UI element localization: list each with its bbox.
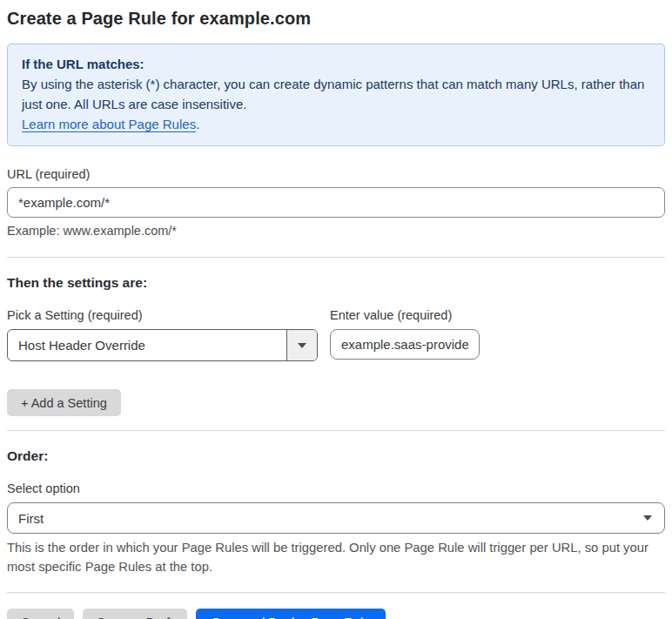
url-match-info-box: If the URL matches: By using the asteris…	[7, 44, 665, 146]
url-input[interactable]	[7, 187, 665, 218]
enter-value-label: Enter value (required)	[330, 308, 480, 322]
settings-row: Pick a Setting (required) Host Header Ov…	[7, 287, 665, 361]
info-box-heading: If the URL matches:	[22, 54, 650, 74]
add-setting-button[interactable]: + Add a Setting	[7, 389, 121, 416]
order-section-heading: Order:	[7, 448, 665, 464]
save-and-deploy-button[interactable]: Save and Deploy Page Rule	[196, 609, 386, 619]
page-title: Create a Page Rule for example.com	[7, 7, 665, 30]
enter-value-input[interactable]	[330, 329, 480, 360]
pick-setting-label: Pick a Setting (required)	[7, 308, 318, 322]
enter-value-column: Enter value (required)	[330, 296, 480, 361]
cancel-button[interactable]: Cancel	[7, 609, 74, 619]
pick-setting-selected-value: Host Header Override	[8, 338, 286, 353]
order-selected-value: First	[8, 511, 54, 526]
pick-setting-select[interactable]: Host Header Override	[7, 329, 318, 361]
divider	[7, 257, 665, 258]
footer-actions: Cancel Save as Draft Save and Deploy Pag…	[7, 609, 665, 619]
pick-setting-arrow-button[interactable]	[286, 330, 317, 360]
link-period: .	[196, 117, 199, 131]
pick-setting-column: Pick a Setting (required) Host Header Ov…	[7, 287, 318, 361]
info-box-link-line: Learn more about Page Rules.	[22, 114, 650, 134]
save-as-draft-button[interactable]: Save as Draft	[83, 609, 187, 619]
url-example-helper: Example: www.example.com/*	[7, 224, 665, 238]
order-helper-text: This is the order in which your Page Rul…	[7, 538, 665, 576]
order-label: Select option	[7, 481, 665, 495]
chevron-down-icon	[298, 343, 306, 348]
chevron-down-icon	[643, 515, 652, 521]
order-select[interactable]: First	[7, 502, 665, 534]
create-page-rule-form: Create a Page Rule for example.com If th…	[0, 0, 672, 619]
url-label: URL (required)	[7, 167, 665, 181]
learn-more-link[interactable]: Learn more about Page Rules	[22, 117, 196, 131]
divider	[7, 430, 665, 431]
info-box-body: By using the asterisk (*) character, you…	[22, 74, 650, 114]
divider	[7, 592, 665, 593]
